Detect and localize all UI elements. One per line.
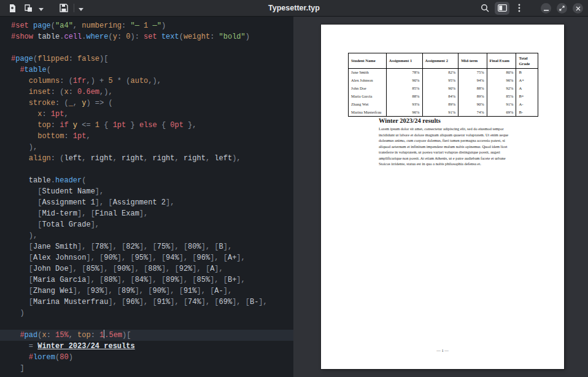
table-row: Jane Smith78%82%75%80%B xyxy=(349,68,538,76)
menu-button[interactable] xyxy=(512,2,527,15)
table-header-cell: Assignment 2 xyxy=(422,53,458,69)
code-editor[interactable]: #set page("a4", numbering: "— 1 —")#show… xyxy=(0,17,293,377)
code-line[interactable]: [Total Grade], xyxy=(0,219,293,230)
code-line[interactable]: [Marina Musterfrau], [96%], [91%], [74%]… xyxy=(0,297,293,308)
code-line[interactable]: [Alex Johnson], [90%], [95%], [94%], [96… xyxy=(0,252,293,263)
code-line[interactable]: bottom: 1pt, xyxy=(0,131,293,142)
code-line[interactable]: = Winter 2023/24 results xyxy=(0,341,293,352)
code-line[interactable]: [Mid-term], [Final Exam], xyxy=(0,208,293,219)
table-cell: 89% xyxy=(458,93,487,101)
split-view-icon xyxy=(498,4,507,12)
table-cell: A xyxy=(516,85,538,93)
code-line[interactable]: #show table.cell.where(y: 0): set text(w… xyxy=(0,31,293,42)
table-cell: 85% xyxy=(386,85,422,93)
table-cell: A- xyxy=(516,101,538,109)
save-button[interactable] xyxy=(56,2,71,15)
results-section: Winter 2023/24 results Lorem ipsum dolor… xyxy=(379,117,517,167)
main-split: #set page("a4", numbering: "— 1 —")#show… xyxy=(0,17,588,377)
save-icon xyxy=(60,4,68,12)
code-line[interactable]: top: if y <= 1 { 1pt } else { 0pt }, xyxy=(0,120,293,131)
table-cell: 75% xyxy=(458,68,487,76)
code-line[interactable]: columns: (1fr,) + 5 * (auto,), xyxy=(0,76,293,87)
table-row: Zhang Wei93%89%90%91%A- xyxy=(349,101,538,109)
search-button[interactable] xyxy=(478,2,492,15)
table-header-cell: Student Name xyxy=(349,53,387,69)
table-row: Maria Garcia88%84%89%85%B+ xyxy=(349,93,538,101)
close-button[interactable] xyxy=(573,3,583,14)
code-line[interactable]: inset: (x: 0.6em,), xyxy=(0,87,293,98)
table-cell: 91% xyxy=(422,108,458,116)
code-line[interactable]: ), xyxy=(0,230,293,241)
code-line[interactable]: #set page("a4", numbering: "— 1 —") xyxy=(0,20,293,31)
table-cell: Marina Musterfrau xyxy=(349,108,387,116)
code-lines: #set page("a4", numbering: "— 1 —")#show… xyxy=(0,20,293,374)
table-cell: 95% xyxy=(422,77,458,85)
open-file-dropdown[interactable] xyxy=(37,2,45,15)
rendered-table-header: Student NameAssignment 1Assignment 2Mid-… xyxy=(349,53,538,69)
table-cell: B xyxy=(516,68,538,76)
search-icon xyxy=(481,4,489,12)
table-row: Alex Johnson90%95%94%96%A+ xyxy=(349,77,538,85)
code-line[interactable]: #page(flipped: false)[ xyxy=(0,53,293,64)
code-line[interactable]: [Assignment 1], [Assignment 2], xyxy=(0,197,293,208)
table-cell: 91% xyxy=(487,101,516,109)
code-line[interactable]: [Student Name], xyxy=(0,186,293,197)
table-cell: 92% xyxy=(487,85,516,93)
table-cell: John Doe xyxy=(349,85,387,93)
restore-icon xyxy=(559,2,565,14)
new-file-button[interactable] xyxy=(5,2,20,15)
code-line[interactable]: stroke: (_, y) => ( xyxy=(0,98,293,109)
lorem-paragraph: Lorem ipsum dolor sit amet, consectetur … xyxy=(379,126,517,167)
close-icon xyxy=(576,2,581,14)
code-line[interactable]: [Jane Smith], [78%], [82%], [75%], [80%]… xyxy=(0,241,293,252)
code-line[interactable] xyxy=(0,164,293,175)
table-cell: 82% xyxy=(422,68,458,76)
table-header-cell: Assignment 1 xyxy=(386,53,422,69)
window-controls xyxy=(478,2,588,15)
table-row: Marina Musterfrau96%91%74%69%B- xyxy=(349,108,538,116)
code-line[interactable]: ), xyxy=(0,142,293,153)
table-header-cell: Total Grade xyxy=(516,53,538,69)
code-line[interactable]: [John Doe], [85%], [90%], [88%], [92%], … xyxy=(0,263,293,274)
chevron-down-icon xyxy=(79,2,83,14)
table-cell: 96% xyxy=(487,77,516,85)
code-line[interactable] xyxy=(0,319,293,330)
table-header-cell: Mid-term xyxy=(458,53,487,69)
kebab-menu-icon xyxy=(518,4,520,12)
table-cell: Maria Garcia xyxy=(349,93,387,101)
table-cell: 74% xyxy=(458,108,487,116)
code-line[interactable]: ] xyxy=(0,363,293,374)
open-file-button[interactable] xyxy=(21,2,36,15)
rendered-table: Student NameAssignment 1Assignment 2Mid-… xyxy=(348,53,538,117)
code-line[interactable]: [Maria Garcia], [88%], [84%], [89%], [85… xyxy=(0,274,293,286)
code-line[interactable]: #table( xyxy=(0,64,293,76)
new-file-icon xyxy=(8,4,17,13)
preview-pane[interactable]: Student NameAssignment 1Assignment 2Mid-… xyxy=(293,17,588,377)
titlebar: Typesetter.typ xyxy=(0,0,588,17)
code-line[interactable]: #lorem(80) xyxy=(0,352,293,363)
open-file-icon xyxy=(24,4,33,13)
table-cell: 90% xyxy=(386,77,422,85)
minimize-button[interactable] xyxy=(541,3,551,14)
toolbar-divider xyxy=(74,4,74,12)
split-view-button[interactable] xyxy=(495,2,509,15)
table-cell: 80% xyxy=(487,68,516,76)
code-line[interactable]: x: 1pt, xyxy=(0,109,293,120)
table-cell: A+ xyxy=(516,77,538,85)
code-line[interactable]: table.header( xyxy=(0,175,293,186)
code-line-current[interactable]: #pad(x: 15%, top: 1.5em)[ xyxy=(0,330,293,341)
save-dropdown[interactable] xyxy=(77,2,85,15)
minimize-icon xyxy=(544,2,549,14)
code-line[interactable]: ) xyxy=(0,308,293,319)
table-cell: B- xyxy=(516,108,538,116)
page-number: — 1 — xyxy=(321,348,564,352)
table-cell: 90% xyxy=(458,101,487,109)
table-cell: Jane Smith xyxy=(349,68,387,76)
table-cell: 78% xyxy=(386,68,422,76)
table-cell: 90% xyxy=(422,85,458,93)
code-line[interactable] xyxy=(0,42,293,53)
restore-button[interactable] xyxy=(557,3,567,14)
code-line[interactable]: [Zhang Wei], [93%], [89%], [90%], [91%],… xyxy=(0,286,293,297)
code-line[interactable]: align: (left, right, right, right, right… xyxy=(0,153,293,164)
table-header-cell: Final Exam xyxy=(487,53,516,69)
